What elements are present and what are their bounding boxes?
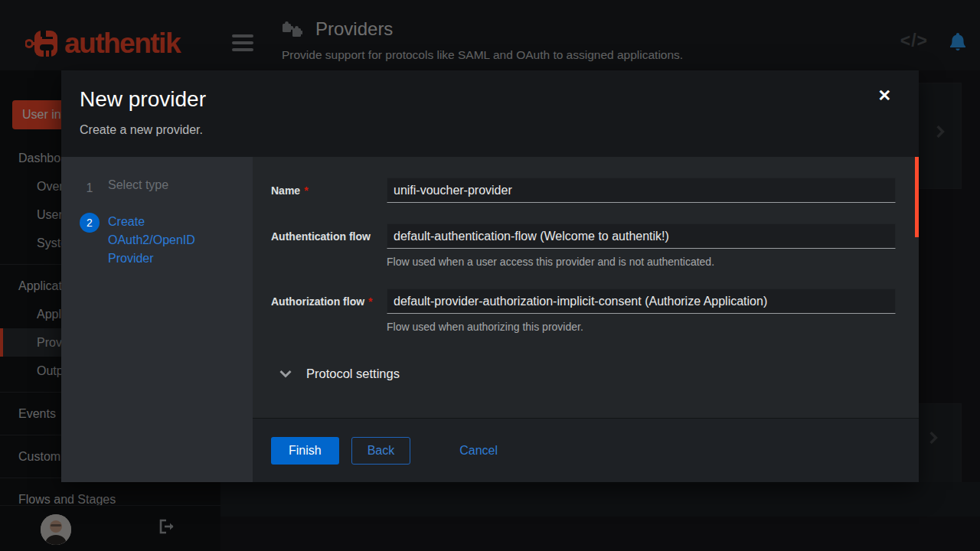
form-row-name: Name* xyxy=(271,178,896,203)
required-marker: * xyxy=(368,295,372,308)
protocol-settings-expander[interactable]: Protocol settings xyxy=(279,367,896,381)
authorization-flow-help: Flow used when authorizing this provider… xyxy=(387,321,896,333)
step-label: Select type xyxy=(108,178,168,198)
authorization-flow-label: Authorization flow* xyxy=(271,289,387,333)
back-button[interactable]: Back xyxy=(351,437,411,465)
authorization-flow-input[interactable] xyxy=(387,289,896,314)
step-label: Create OAuth2/OpenID Provider xyxy=(108,213,227,268)
required-marker: * xyxy=(304,184,308,197)
chevron-down-icon xyxy=(279,370,292,378)
authentication-flow-label: Authentication flow xyxy=(271,223,387,268)
modal-header: New provider Create a new provider. ✕ xyxy=(61,70,919,157)
form-row-authorization-flow: Authorization flow* Flow used when autho… xyxy=(271,289,896,333)
step-number: 1 xyxy=(80,178,100,198)
name-label: Name* xyxy=(271,178,387,203)
provider-form: Name* Authentication flow Flow used when… xyxy=(253,157,919,418)
close-icon[interactable]: ✕ xyxy=(877,87,891,103)
wizard-step-select-type[interactable]: 1 Select type xyxy=(80,178,240,198)
authentication-flow-help: Flow used when a user access this provid… xyxy=(387,256,896,268)
form-row-authentication-flow: Authentication flow Flow used when a use… xyxy=(271,223,896,268)
modal-description: Create a new provider. xyxy=(80,123,900,137)
authentik-admin-screen: authentik Providers Provide support for … xyxy=(0,0,980,551)
modal-title: New provider xyxy=(80,87,900,112)
wizard-step-create-provider[interactable]: 2 Create OAuth2/OpenID Provider xyxy=(80,213,240,268)
protocol-settings-label: Protocol settings xyxy=(306,367,400,381)
new-provider-modal: New provider Create a new provider. ✕ 1 … xyxy=(61,70,919,482)
finish-button[interactable]: Finish xyxy=(271,437,339,465)
wizard-footer: Finish Back Cancel xyxy=(253,418,919,482)
cancel-button[interactable]: Cancel xyxy=(459,437,498,465)
name-input[interactable] xyxy=(387,178,896,203)
scrollbar-thumb[interactable] xyxy=(915,157,919,237)
step-number: 2 xyxy=(80,213,100,233)
authentication-flow-input[interactable] xyxy=(387,223,896,249)
wizard-steps-nav: 1 Select type 2 Create OAuth2/OpenID Pro… xyxy=(61,157,253,482)
